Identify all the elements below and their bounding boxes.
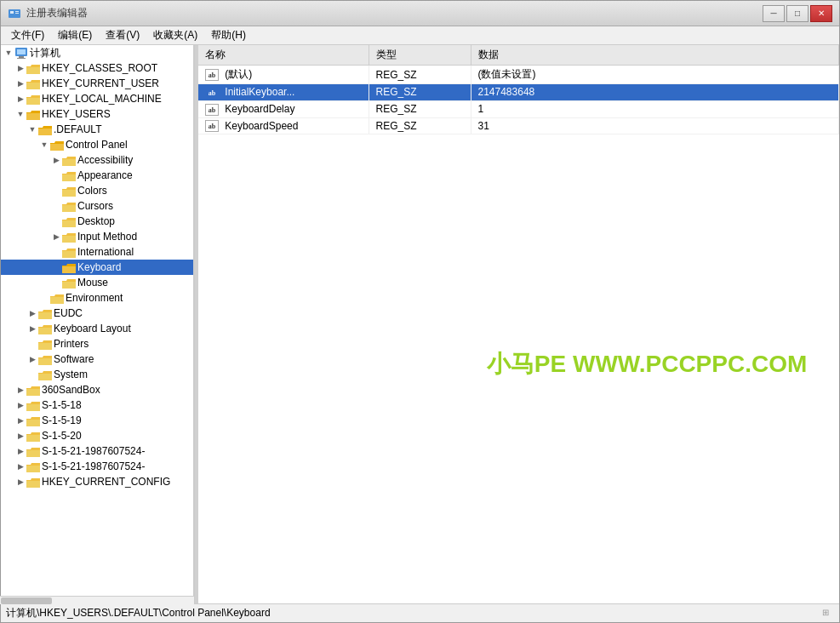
folder-icon-cp (50, 140, 64, 151)
status-bar: 计算机\HKEY_USERS\.DEFAULT\Control Panel\Ke… (1, 603, 839, 622)
tree-item-software[interactable]: ▶ Software (1, 352, 193, 367)
tree-item-appearance[interactable]: ▶ Appearance (1, 168, 193, 183)
tree-item-default[interactable]: ▼ .DEFAULT (1, 122, 193, 137)
expand-s15212[interactable]: ▶ (14, 460, 26, 472)
col-name[interactable]: 名称 (198, 45, 369, 66)
tree-item-desktop[interactable]: ▶ Desktop (1, 214, 193, 229)
expand-s15211[interactable]: ▶ (14, 445, 26, 457)
tree-item-hkcu[interactable]: ▶ HKEY_CURRENT_USER (1, 76, 193, 91)
tree-item-hkcc[interactable]: ▶ HKEY_CURRENT_CONFIG (1, 474, 193, 489)
tree-item-input-method[interactable]: ▶ Input Method (1, 229, 193, 244)
tree-item-s1518[interactable]: ▶ S-1-5-18 (1, 397, 193, 413)
svg-marker-47 (38, 358, 52, 365)
expand-s1519[interactable]: ▶ (14, 414, 26, 426)
table-row[interactable]: ab (默认) REG_SZ (数值未设置) (198, 66, 839, 84)
expand-eudc[interactable]: ▶ (26, 307, 38, 319)
tree-item-environment[interactable]: ▶ Environment (1, 290, 193, 306)
expand-hkcu[interactable]: ▶ (14, 77, 26, 89)
cell-type-default: REG_SZ (369, 66, 471, 84)
svg-marker-59 (26, 450, 40, 457)
menu-edit[interactable]: 编辑(E) (51, 26, 99, 44)
tree-item-cursors[interactable]: ▶ Cursors (1, 198, 193, 214)
svg-marker-25 (62, 190, 76, 197)
s15211-label: S-1-5-21-1987607524- (42, 445, 145, 457)
tree-scrollbar-h[interactable] (0, 596, 194, 604)
expand-computer[interactable]: ▼ (3, 47, 14, 59)
folder-icon-s1519 (26, 415, 40, 426)
col-data[interactable]: 数据 (471, 45, 839, 66)
tree-item-s15211[interactable]: ▶ S-1-5-21-1987607524- (1, 443, 193, 459)
table-row[interactable]: ab InitialKeyboar... REG_SZ 2147483648 (198, 84, 839, 101)
folder-icon-hkcu (26, 78, 40, 89)
menu-view[interactable]: 查看(V) (99, 26, 146, 44)
reg-value-icon: ab (205, 69, 219, 81)
tree-item-sandbox[interactable]: ▶ 360SandBox (1, 382, 193, 397)
menu-bar: 文件(F) 编辑(E) 查看(V) 收藏夹(A) 帮助(H) (1, 26, 839, 45)
appearance-label: Appearance (77, 169, 133, 181)
minimize-button[interactable]: ─ (763, 5, 785, 22)
expand-keyboard-layout[interactable]: ▶ (26, 323, 38, 334)
international-label: International (77, 246, 134, 258)
tree-item-colors[interactable]: ▶ Colors (1, 183, 193, 198)
scrollbar-thumb-h[interactable] (1, 597, 52, 604)
computer-label: 计算机 (30, 46, 60, 60)
tree-item-system[interactable]: ▶ System (1, 367, 193, 382)
resize-grip[interactable]: ⊞ (822, 608, 834, 620)
tree-item-eudc[interactable]: ▶ EUDC (1, 306, 193, 321)
folder-icon-system (38, 369, 52, 380)
expand-hku[interactable]: ▼ (14, 108, 26, 120)
cell-name-init: ab InitialKeyboar... (198, 84, 369, 101)
cell-type-init: REG_SZ (369, 84, 471, 101)
s1519-label: S-1-5-19 (42, 414, 82, 426)
table-row[interactable]: ab KeyboardSpeed REG_SZ 31 (198, 117, 839, 134)
tree-item-computer[interactable]: ▼ 计算机 (1, 45, 193, 60)
menu-favorites[interactable]: 收藏夹(A) (146, 26, 204, 44)
watermark-text: 小马PE WWW.PCCPPC.COM (487, 348, 807, 380)
tree-item-hklm[interactable]: ▶ HKEY_LOCAL_MACHINE (1, 91, 193, 106)
svg-marker-55 (26, 420, 40, 426)
col-type[interactable]: 类型 (369, 45, 471, 66)
expand-accessibility[interactable]: ▶ (50, 154, 62, 166)
desktop-label: Desktop (77, 215, 115, 227)
tree-item-mouse[interactable]: ▶ Mouse (1, 275, 193, 290)
hkcc-label: HKEY_CURRENT_CONFIG (42, 476, 170, 488)
svg-marker-17 (38, 129, 52, 135)
expand-default[interactable]: ▼ (26, 123, 38, 135)
expand-hklm[interactable]: ▶ (14, 93, 26, 105)
expand-sandbox[interactable]: ▶ (14, 384, 26, 396)
folder-icon-acc (62, 155, 76, 166)
table-row[interactable]: ab KeyboardDelay REG_SZ 1 (198, 100, 839, 117)
tree-item-printers[interactable]: ▶ Printers (1, 336, 193, 352)
tree-item-hkcr[interactable]: ▶ HKEY_CLASSES_ROOT (1, 60, 193, 76)
expand-software[interactable]: ▶ (26, 353, 38, 365)
mouse-label: Mouse (77, 277, 108, 289)
tree-item-international[interactable]: ▶ International (1, 244, 193, 260)
tree-item-accessibility[interactable]: ▶ Accessibility (1, 152, 193, 168)
svg-rect-7 (17, 58, 26, 59)
close-button[interactable]: ✕ (810, 5, 832, 22)
svg-marker-13 (26, 98, 40, 105)
tree-item-control-panel[interactable]: ▼ Control Panel (1, 137, 193, 152)
tree-item-keyboard-layout[interactable]: ▶ Keyboard Layout (1, 321, 193, 336)
printers-label: Printers (54, 338, 89, 350)
expand-hkcc[interactable]: ▶ (14, 476, 26, 488)
menu-help[interactable]: 帮助(H) (204, 26, 253, 44)
svg-marker-63 (26, 481, 40, 488)
expand-hkcr[interactable]: ▶ (14, 62, 26, 74)
expand-s1520[interactable]: ▶ (14, 430, 26, 442)
title-bar: 注册表编辑器 ─ □ ✕ (1, 1, 839, 26)
tree-panel[interactable]: ▼ 计算机 ▶ HKEY_CLASSES_ROOT ▶ HKEY_CUR (1, 45, 195, 603)
tree-item-s1520[interactable]: ▶ S-1-5-20 (1, 428, 193, 443)
menu-file[interactable]: 文件(F) (4, 26, 51, 44)
folder-icon-eudc (38, 308, 52, 319)
expand-input-method[interactable]: ▶ (50, 231, 62, 243)
expand-s1518[interactable]: ▶ (14, 399, 26, 411)
maximize-button[interactable]: □ (786, 5, 809, 22)
tree-item-s15212[interactable]: ▶ S-1-5-21-1987607524- (1, 459, 193, 474)
tree-item-hku[interactable]: ▼ HKEY_USERS (1, 106, 193, 122)
tree-item-s1519[interactable]: ▶ S-1-5-19 (1, 413, 193, 428)
expand-control-panel[interactable]: ▼ (38, 139, 50, 151)
tree-item-keyboard[interactable]: ▶ Keyboard (1, 260, 193, 275)
svg-marker-29 (62, 220, 76, 227)
folder-icon-s1520 (26, 431, 40, 442)
